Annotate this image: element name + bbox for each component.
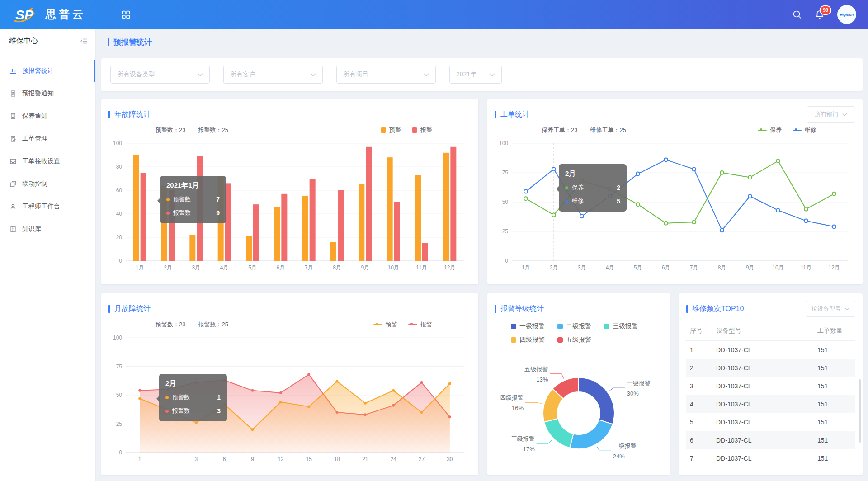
- work-order-line-chart[interactable]: 2月 保养2 维修5 02550751001月2月3月4月5月6月7月8月9月1…: [495, 138, 855, 274]
- sidebar-item-label: 预报警统计: [22, 67, 54, 75]
- work-order-stats: 保养工单：23 维修工单：25 保养维修: [542, 126, 855, 134]
- notification-bell-icon[interactable]: 99: [815, 9, 825, 19]
- repair-top10-card: 维修频次TOP10 按设备型号 序号设备型号工单数量 1DD-1037-CL15…: [679, 293, 863, 475]
- table-cell: 151: [814, 449, 855, 467]
- sidebar: 维保中心 预报警统计预报警通知保养通知工单管理工单接收设置联动控制工程师工作台知…: [0, 29, 96, 481]
- svg-text:5月: 5月: [248, 264, 257, 271]
- year-select[interactable]: 2021年: [449, 66, 502, 84]
- legend-swatch: [511, 324, 516, 329]
- device-type-select[interactable]: 所有设备类型: [110, 66, 210, 84]
- svg-text:8月: 8月: [718, 264, 726, 271]
- legend-item[interactable]: 维修: [793, 126, 816, 134]
- legend-swatch: [511, 337, 516, 343]
- table-cell: 5: [686, 413, 712, 431]
- user-avatar[interactable]: Hignton: [837, 5, 856, 24]
- app-logo-icon: SP: [12, 5, 38, 24]
- legend-item[interactable]: 保养: [758, 126, 782, 134]
- svg-text:18: 18: [334, 456, 340, 462]
- legend-item[interactable]: 预警: [373, 321, 397, 329]
- customer-select[interactable]: 所有客户: [223, 66, 323, 84]
- table-cell: DD-1037-CL: [712, 341, 814, 359]
- month-fault-stats: 预警数：23 报警数：25 预警报警: [156, 321, 471, 329]
- menu-fold-icon[interactable]: [80, 37, 88, 45]
- year-fault-bar-chart[interactable]: 2021年1月 预警数7 报警数9 0204060801001月2月3月4月5月…: [108, 138, 471, 274]
- sidebar-item-6[interactable]: 联动控制: [0, 173, 95, 195]
- legend-item[interactable]: 一级报警: [511, 322, 545, 330]
- card-title-work-order: 工单统计: [495, 110, 529, 119]
- svg-text:三级报警: 三级报警: [511, 435, 535, 442]
- sidebar-item-1[interactable]: 预报警统计: [0, 60, 95, 82]
- sidebar-item-3[interactable]: 保养通知: [0, 105, 95, 127]
- header-actions: 99 Hignton: [792, 5, 856, 24]
- legend-item[interactable]: 报警: [412, 126, 432, 134]
- sidebar-item-7[interactable]: 工程师工作台: [0, 195, 95, 218]
- chevron-down-icon: [842, 113, 847, 116]
- stat-alarm-count: 报警数：25: [198, 321, 228, 329]
- table-cell: 151: [814, 413, 855, 431]
- svg-text:13%: 13%: [536, 376, 548, 383]
- svg-text:1月: 1月: [136, 264, 144, 271]
- svg-text:75: 75: [502, 170, 509, 176]
- title-accent-bar: [108, 38, 109, 46]
- svg-text:30: 30: [447, 456, 453, 462]
- legend-swatch: [557, 324, 563, 329]
- device-model-select[interactable]: 按设备型号: [806, 301, 855, 317]
- svg-text:6月: 6月: [276, 264, 285, 271]
- legend-item[interactable]: 二级报警: [557, 322, 591, 330]
- apps-grid-icon[interactable]: [121, 10, 131, 19]
- title-accent-bar: [108, 305, 110, 313]
- svg-text:10月: 10月: [387, 264, 399, 271]
- svg-text:3月: 3月: [578, 264, 586, 271]
- svg-text:24: 24: [390, 456, 396, 462]
- svg-text:5月: 5月: [634, 264, 642, 271]
- month-fault-area-chart[interactable]: 2月 预警数1 报警数3 025507510013691215182124273…: [108, 332, 471, 465]
- svg-text:二级报警: 二级报警: [613, 443, 637, 449]
- svg-text:1: 1: [138, 456, 142, 462]
- card-title-repair-top10: 维修频次TOP10: [686, 304, 744, 314]
- sidebar-item-label: 联动控制: [22, 180, 47, 188]
- sidebar-title: 维保中心: [9, 36, 38, 46]
- table-row: 4DD-1037-CL151: [686, 395, 855, 413]
- svg-text:12: 12: [278, 456, 284, 462]
- sidebar-item-5[interactable]: 工单接收设置: [0, 150, 95, 173]
- card-title-month-fault: 月故障统计: [108, 304, 151, 314]
- main-content: 预报警统计 所有设备类型 所有客户 所有项目 2021年: [96, 29, 868, 481]
- table-cell: 151: [814, 359, 855, 377]
- department-select[interactable]: 所有部门: [807, 106, 855, 123]
- sidebar-item-2[interactable]: 预报警通知: [0, 82, 95, 105]
- svg-text:8月: 8月: [333, 264, 341, 271]
- repair-top10-table: 序号设备型号工单数量 1DD-1037-CL1512DD-1037-CL1513…: [686, 321, 855, 467]
- doc-check-icon: [9, 112, 17, 120]
- table-row: 6DD-1037-CL151: [686, 431, 855, 449]
- svg-text:2月: 2月: [550, 264, 558, 271]
- legend-item[interactable]: 预警: [381, 126, 401, 134]
- sidebar-item-8[interactable]: 知识库: [0, 218, 95, 240]
- legend-item[interactable]: 四级报警: [511, 336, 545, 344]
- svg-text:100: 100: [113, 335, 122, 341]
- sidebar-item-label: 预报警通知: [22, 90, 54, 98]
- svg-text:20: 20: [116, 234, 123, 240]
- search-icon[interactable]: [792, 9, 802, 19]
- table-header: 设备型号: [712, 321, 814, 341]
- doc-edit-icon: [9, 135, 17, 143]
- legend-item[interactable]: 报警: [408, 321, 432, 329]
- doc-alert-icon: [9, 90, 17, 98]
- svg-text:25: 25: [116, 421, 123, 427]
- table-scrollbar[interactable]: [859, 379, 861, 443]
- table-cell: DD-1037-CL: [712, 413, 814, 431]
- sidebar-item-4[interactable]: 工单管理: [0, 127, 95, 150]
- legend-line-marker: [793, 130, 802, 131]
- table-cell: DD-1037-CL: [712, 377, 814, 395]
- svg-text:五级报警: 五级报警: [524, 366, 548, 373]
- brand: SP 思普云: [12, 5, 86, 24]
- alarm-level-donut-chart[interactable]: 一级报警30%二级报警24%三级报警17%四级报警16%五级报警13%: [495, 348, 663, 475]
- engineer-icon: [9, 203, 17, 211]
- legend-item[interactable]: 三级报警: [604, 322, 638, 330]
- svg-text:一级报警: 一级报警: [627, 380, 651, 387]
- project-select[interactable]: 所有项目: [336, 66, 436, 84]
- svg-text:9月: 9月: [361, 264, 369, 271]
- legend-item[interactable]: 五级报警: [557, 336, 591, 344]
- inbox-icon: [9, 157, 17, 165]
- svg-text:50: 50: [502, 199, 509, 205]
- svg-text:12月: 12月: [828, 264, 840, 271]
